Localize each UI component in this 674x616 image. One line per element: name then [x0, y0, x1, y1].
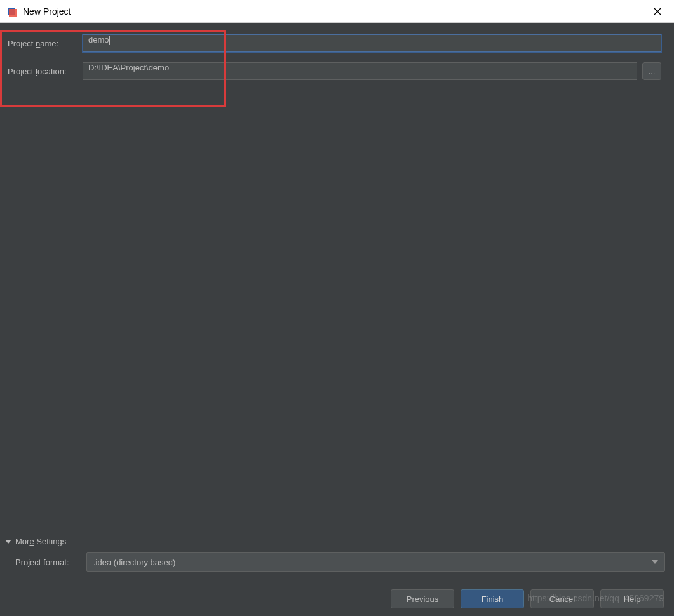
browse-location-button[interactable]: ...	[642, 62, 661, 80]
triangle-down-icon	[5, 540, 11, 544]
dialog-button-row: Previous Finish Cancel Help	[4, 589, 665, 608]
close-button[interactable]	[650, 4, 665, 19]
project-format-select[interactable]: .idea (directory based)	[86, 552, 665, 572]
titlebar: New Project	[0, 0, 674, 23]
project-format-row: Project format: .idea (directory based)	[4, 552, 665, 572]
previous-button[interactable]: Previous	[391, 589, 454, 608]
form-area: Project name: demo Project location: D:\…	[0, 23, 669, 80]
chevron-down-icon	[652, 560, 658, 564]
bottom-panel: More Settings Project format: .idea (dir…	[4, 534, 665, 608]
project-name-label: Project name:	[8, 39, 83, 48]
project-format-value: .idea (directory based)	[93, 558, 175, 567]
more-settings-label: More Settings	[15, 537, 66, 546]
close-icon	[653, 7, 662, 16]
finish-button[interactable]: Finish	[461, 589, 524, 608]
help-button[interactable]: Help	[600, 589, 664, 608]
project-name-row: Project name: demo	[4, 34, 665, 52]
project-name-input[interactable]: demo	[83, 34, 661, 52]
svg-rect-1	[9, 9, 17, 17]
cancel-button[interactable]: Cancel	[530, 589, 594, 608]
project-location-input[interactable]: D:\IDEA\Project\demo	[83, 62, 637, 80]
project-location-label: Project location:	[8, 67, 83, 76]
more-settings-toggle[interactable]: More Settings	[4, 534, 665, 552]
ellipsis-icon: ...	[649, 67, 656, 76]
project-location-row: Project location: D:\IDEA\Project\demo .…	[4, 62, 665, 80]
app-icon	[6, 6, 18, 17]
text-caret	[109, 36, 110, 45]
dialog-content: Project name: demo Project location: D:\…	[0, 23, 669, 616]
window-title: New Project	[23, 6, 71, 17]
project-format-label: Project format:	[15, 558, 86, 567]
